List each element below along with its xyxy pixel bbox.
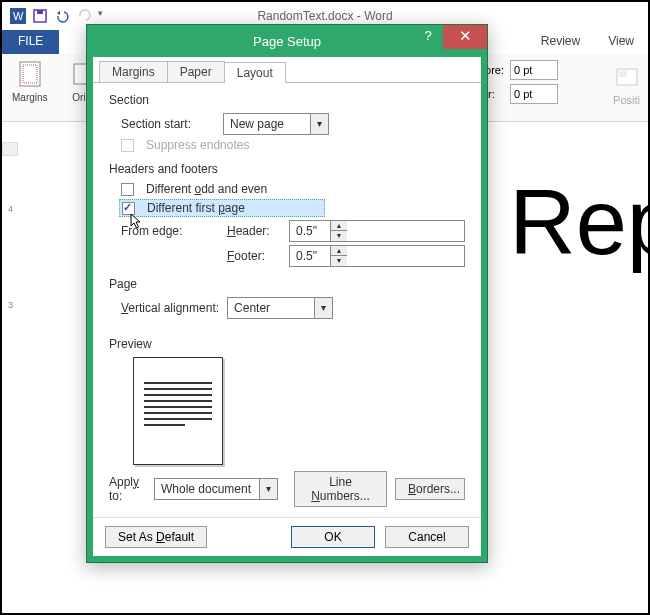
apply-to-value: Whole document <box>155 482 259 496</box>
close-button[interactable]: ✕ <box>443 25 487 49</box>
header-value: 0.5" <box>290 221 330 241</box>
chevron-down-icon: ▾ <box>314 298 332 318</box>
from-edge-label: From edge: <box>121 224 221 238</box>
margins-label: Margins <box>12 92 48 103</box>
footer-spinner[interactable]: 0.5" ▲▼ <box>289 245 465 267</box>
qat-customize-icon[interactable]: ▾ <box>98 8 114 24</box>
different-first-page-checkbox[interactable] <box>122 202 135 215</box>
spin-up-icon[interactable]: ▲ <box>331 246 347 256</box>
header-spinner[interactable]: 0.5" ▲▼ <box>289 220 465 242</box>
spin-down-icon[interactable]: ▼ <box>331 231 347 241</box>
vertical-alignment-combo[interactable]: Center ▾ <box>227 297 333 319</box>
margins-button[interactable]: Margins <box>6 58 54 117</box>
dialog-titlebar[interactable]: Page Setup ? ✕ <box>87 25 487 57</box>
section-start-label: Section start: <box>121 117 215 131</box>
file-tab[interactable]: FILE <box>2 30 59 54</box>
suppress-endnotes-checkbox <box>121 139 134 152</box>
apply-to-combo[interactable]: Whole document ▾ <box>154 478 278 500</box>
tab-view[interactable]: View <box>594 30 648 54</box>
spacing-group: efore: fter: <box>476 60 558 104</box>
tab-layout[interactable]: Layout <box>224 62 286 83</box>
different-odd-even-label: Different odd and even <box>146 182 267 196</box>
page-heading: Page <box>109 277 465 291</box>
redo-icon[interactable] <box>76 8 92 24</box>
different-first-page-label: Different first page <box>147 201 245 215</box>
word-icon: W <box>10 8 26 24</box>
svg-rect-8 <box>619 71 627 77</box>
section-start-combo[interactable]: New page ▾ <box>223 113 329 135</box>
section-heading: Section <box>109 93 465 107</box>
chevron-down-icon: ▾ <box>310 114 328 134</box>
margins-icon <box>16 60 44 90</box>
position-icon <box>614 66 640 92</box>
apply-to-label: Apply to: <box>109 475 146 503</box>
spacing-after-input[interactable] <box>510 84 558 104</box>
vertical-ruler: 43 <box>2 142 24 613</box>
help-button[interactable]: ? <box>413 25 443 49</box>
ok-button[interactable]: OK <box>291 526 375 548</box>
svg-text:W: W <box>13 10 24 22</box>
position-label: Positi <box>613 94 640 106</box>
window-title: RandomText.docx - Word <box>257 9 392 23</box>
spin-down-icon[interactable]: ▼ <box>331 256 347 266</box>
save-icon[interactable] <box>32 8 48 24</box>
position-button[interactable]: Positi <box>613 66 640 106</box>
vertical-alignment-value: Center <box>228 301 314 315</box>
cancel-button[interactable]: Cancel <box>385 526 469 548</box>
quick-access-toolbar: W ▾ <box>2 8 114 24</box>
tab-review[interactable]: Review <box>527 30 594 54</box>
line-numbers-button[interactable]: Line Numbers... <box>294 471 387 507</box>
svg-rect-3 <box>37 10 43 14</box>
dialog-tabs: Margins Paper Layout <box>93 57 481 83</box>
header-label: Header: <box>227 224 283 238</box>
undo-icon[interactable] <box>54 8 70 24</box>
preview-thumbnail <box>133 357 223 465</box>
spacing-before-input[interactable] <box>510 60 558 80</box>
page-setup-dialog: Page Setup ? ✕ Margins Paper Layout Sect… <box>86 24 488 563</box>
vertical-alignment-label: Vertical alignment: <box>121 301 219 315</box>
section-start-value: New page <box>224 117 310 131</box>
different-odd-even-checkbox[interactable] <box>121 183 134 196</box>
tab-paper[interactable]: Paper <box>167 61 225 82</box>
footer-label: Footer: <box>227 249 283 263</box>
suppress-endnotes-label: Suppress endnotes <box>146 138 249 152</box>
set-as-default-button[interactable]: Set As Default <box>105 526 207 548</box>
headers-footers-heading: Headers and footers <box>109 162 465 176</box>
footer-value: 0.5" <box>290 246 330 266</box>
preview-heading: Preview <box>109 337 465 351</box>
spin-up-icon[interactable]: ▲ <box>331 221 347 231</box>
borders-button[interactable]: Borders... <box>395 478 465 500</box>
tab-margins[interactable]: Margins <box>99 61 168 82</box>
chevron-down-icon: ▾ <box>259 479 277 499</box>
dialog-title: Page Setup <box>253 34 321 49</box>
